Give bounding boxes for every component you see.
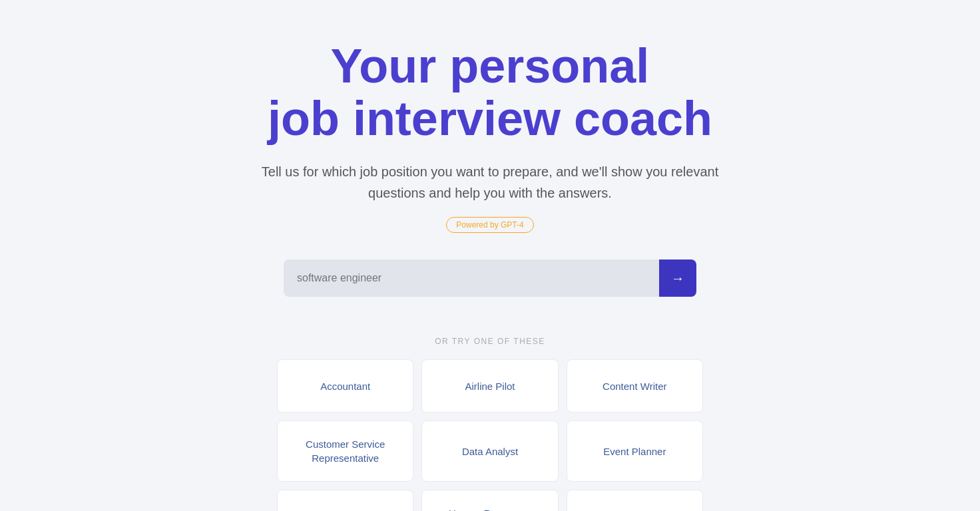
suggestion-card-hr-manager[interactable]: Human Resources Manager (421, 490, 558, 511)
hero-title-line2: job interview coach (268, 92, 712, 145)
powered-badge: Powered by GPT-4 (446, 217, 533, 233)
suggestion-card-frontend-developer[interactable]: Frontend Developer (277, 490, 413, 511)
suggestions-grid: AccountantAirline PilotContent WriterCus… (277, 359, 703, 511)
suggestion-card-event-planner[interactable]: Event Planner (567, 421, 703, 482)
suggestion-card-airline-pilot[interactable]: Airline Pilot (421, 359, 558, 413)
hero-subtitle: Tell us for which job position you want … (257, 161, 723, 204)
hero-title: Your personal job interview coach (257, 40, 723, 145)
suggestion-card-content-writer[interactable]: Content Writer (567, 359, 703, 413)
search-section: → (284, 259, 696, 297)
hero-title-line1: Your personal (331, 39, 650, 92)
arrow-icon: → (671, 271, 684, 286)
search-input[interactable] (284, 259, 659, 297)
search-button[interactable]: → (659, 259, 696, 297)
suggestion-card-accountant[interactable]: Accountant (277, 359, 413, 413)
hero-section: Your personal job interview coach Tell u… (257, 40, 723, 233)
suggestion-card-customer-service-rep[interactable]: Customer Service Representative (277, 421, 413, 482)
suggestions-label: OR TRY ONE OF THESE (277, 337, 703, 346)
suggestion-card-marketing-manager[interactable]: Marketing Manager (567, 490, 703, 511)
suggestions-section: OR TRY ONE OF THESE AccountantAirline Pi… (277, 337, 703, 511)
suggestion-card-data-analyst[interactable]: Data Analyst (421, 421, 558, 482)
search-container: → (284, 259, 696, 297)
